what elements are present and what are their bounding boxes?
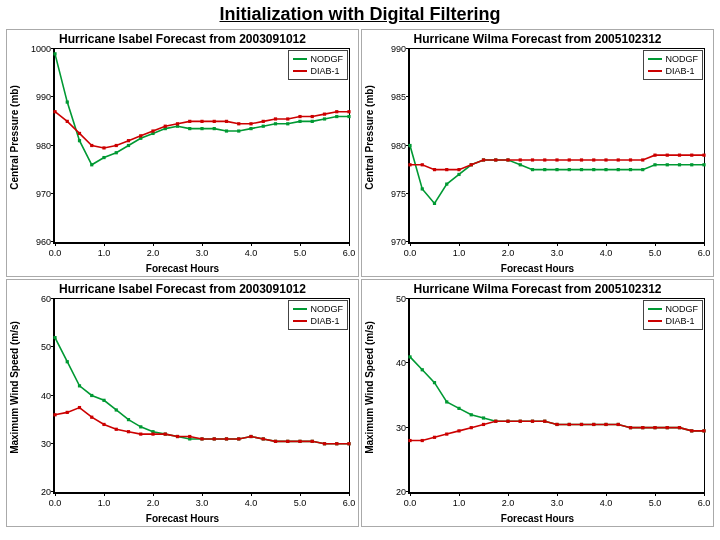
x-tick-label: 4.0 [600, 248, 613, 258]
chart-panel-3: Hurricane Wilma Forecast from 2005102312… [361, 279, 714, 527]
legend-swatch-icon [293, 308, 307, 310]
y-tick-label: 970 [25, 189, 51, 199]
svg-rect-153 [445, 400, 448, 403]
svg-rect-155 [470, 413, 473, 416]
x-tick-label: 5.0 [294, 248, 307, 258]
svg-rect-136 [188, 435, 191, 438]
svg-rect-21 [311, 120, 314, 123]
x-tick-label: 4.0 [245, 248, 258, 258]
svg-rect-96 [666, 154, 669, 157]
svg-rect-23 [335, 115, 338, 118]
svg-rect-27 [78, 132, 81, 135]
legend-swatch-icon [293, 70, 307, 72]
svg-rect-78 [445, 168, 448, 171]
svg-rect-89 [580, 158, 583, 161]
svg-rect-36 [188, 120, 191, 123]
svg-rect-156 [482, 416, 485, 419]
x-tick-label: 1.0 [453, 248, 466, 258]
x-tick-label: 4.0 [600, 498, 613, 508]
x-tick-label: 1.0 [98, 498, 111, 508]
y-axis-label: Central Pressure (mb) [7, 30, 21, 244]
y-tick-label: 60 [25, 294, 51, 304]
x-tick-label: 6.0 [698, 498, 711, 508]
y-axis-label: Maximum Wind Speed (m/s) [362, 280, 376, 494]
svg-rect-196 [666, 426, 669, 429]
svg-rect-48 [335, 110, 338, 113]
x-tick-label: 0.0 [49, 498, 62, 508]
svg-rect-95 [653, 154, 656, 157]
svg-rect-87 [555, 158, 558, 161]
legend: NODGF DIAB-1 [643, 300, 704, 330]
svg-rect-52 [433, 202, 436, 205]
svg-rect-37 [200, 120, 203, 123]
svg-rect-39 [225, 120, 228, 123]
svg-rect-38 [213, 120, 216, 123]
svg-rect-189 [580, 423, 583, 426]
x-tick-label: 0.0 [404, 498, 417, 508]
svg-rect-19 [286, 122, 289, 125]
svg-rect-176 [421, 439, 424, 442]
svg-rect-59 [519, 163, 522, 166]
svg-rect-194 [641, 426, 644, 429]
legend-swatch-icon [648, 58, 662, 60]
svg-rect-47 [323, 113, 326, 116]
svg-rect-193 [629, 426, 632, 429]
x-axis-label: Forecast Hours [7, 263, 358, 274]
svg-rect-175 [408, 439, 411, 442]
svg-rect-154 [457, 407, 460, 410]
x-tick-label: 2.0 [147, 498, 160, 508]
svg-rect-72 [678, 163, 681, 166]
svg-rect-70 [653, 163, 656, 166]
x-tick-label: 5.0 [294, 498, 307, 508]
svg-rect-186 [543, 420, 546, 423]
svg-rect-40 [237, 122, 240, 125]
svg-rect-143 [274, 440, 277, 443]
svg-rect-102 [78, 384, 81, 387]
svg-rect-151 [421, 368, 424, 371]
svg-rect-51 [421, 187, 424, 190]
y-tick-label: 30 [380, 423, 406, 433]
legend-item-diab1: DIAB-1 [293, 315, 344, 327]
svg-rect-92 [617, 158, 620, 161]
legend-item-nodgf: NODGF [648, 303, 699, 315]
chart-title: Hurricane Isabel Forecast from 200309101… [7, 32, 358, 46]
svg-rect-138 [213, 437, 216, 440]
y-tick-label: 985 [380, 92, 406, 102]
y-tick-label: 20 [25, 487, 51, 497]
svg-rect-63 [568, 168, 571, 171]
svg-rect-25 [53, 110, 56, 113]
svg-rect-199 [702, 429, 705, 432]
svg-rect-97 [678, 154, 681, 157]
svg-rect-107 [139, 425, 142, 428]
svg-rect-32 [139, 134, 142, 137]
svg-rect-104 [102, 399, 105, 402]
svg-rect-197 [678, 426, 681, 429]
svg-rect-17 [262, 125, 265, 128]
svg-rect-137 [200, 437, 203, 440]
svg-rect-29 [102, 146, 105, 149]
svg-rect-180 [470, 426, 473, 429]
page-title: Initialization with Digital Filtering [0, 0, 720, 27]
svg-rect-147 [323, 442, 326, 445]
svg-rect-91 [604, 158, 607, 161]
svg-rect-134 [164, 433, 167, 436]
chart-title: Hurricane Wilma Forecast from 2005102312 [362, 32, 713, 46]
legend: NODGF DIAB-1 [288, 50, 349, 80]
svg-rect-20 [298, 120, 301, 123]
svg-rect-178 [445, 433, 448, 436]
y-axis-label: Maximum Wind Speed (m/s) [7, 280, 21, 494]
svg-rect-61 [543, 168, 546, 171]
svg-rect-74 [702, 163, 705, 166]
x-axis-label: Forecast Hours [7, 513, 358, 524]
svg-rect-4 [102, 156, 105, 159]
chart-title: Hurricane Isabel Forecast from 200309101… [7, 282, 358, 296]
chart-panel-1: Hurricane Wilma Forecast from 2005102312… [361, 29, 714, 277]
svg-rect-184 [519, 420, 522, 423]
svg-rect-50 [408, 144, 411, 147]
svg-rect-131 [127, 430, 130, 433]
svg-rect-12 [200, 127, 203, 130]
svg-rect-94 [641, 158, 644, 161]
y-tick-label: 975 [380, 189, 406, 199]
x-tick-label: 2.0 [502, 498, 515, 508]
svg-rect-84 [519, 158, 522, 161]
